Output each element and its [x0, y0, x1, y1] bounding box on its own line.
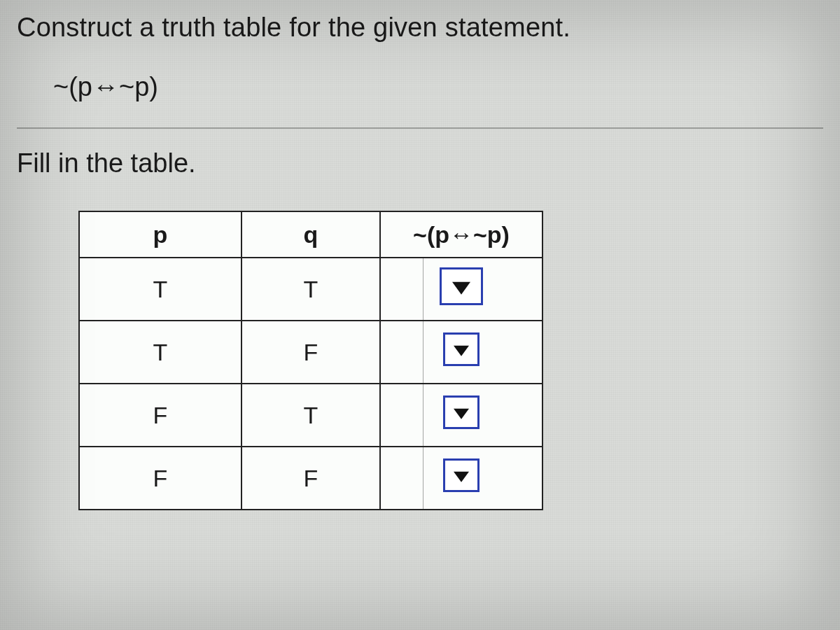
- result-dropdown[interactable]: [440, 267, 483, 305]
- table-header-row: p q ~(p↔~p): [79, 211, 542, 258]
- cell-p: F: [79, 447, 241, 510]
- result-dropdown[interactable]: [443, 396, 479, 429]
- cell-result: [380, 321, 542, 384]
- cell-p: F: [79, 384, 241, 447]
- cell-q: T: [241, 258, 380, 321]
- cell-result: [380, 447, 542, 510]
- header-q: q: [241, 211, 380, 258]
- instruction-text: Fill in the table.: [17, 148, 823, 178]
- exercise-page: Construct a truth table for the given st…: [0, 0, 840, 510]
- statement-expression: ~(p↔~p): [53, 72, 823, 102]
- result-dropdown[interactable]: [443, 332, 479, 366]
- table-row: F T: [79, 384, 542, 447]
- cell-result: [380, 258, 542, 321]
- prompt-text: Construct a truth table for the given st…: [17, 13, 823, 43]
- truth-table: p q ~(p↔~p) T T T F F T: [78, 211, 543, 510]
- cell-result: [380, 384, 542, 447]
- cell-q: F: [241, 447, 380, 510]
- header-p: p: [79, 211, 241, 258]
- table-row: F F: [79, 447, 542, 510]
- cell-p: T: [79, 321, 241, 384]
- cell-q: F: [241, 321, 380, 384]
- header-result: ~(p↔~p): [380, 211, 542, 258]
- table-row: T T: [79, 258, 542, 321]
- table-row: T F: [79, 321, 542, 384]
- cell-p: T: [79, 258, 241, 321]
- result-dropdown[interactable]: [443, 458, 479, 492]
- section-divider: [17, 127, 823, 129]
- cell-q: T: [241, 384, 380, 447]
